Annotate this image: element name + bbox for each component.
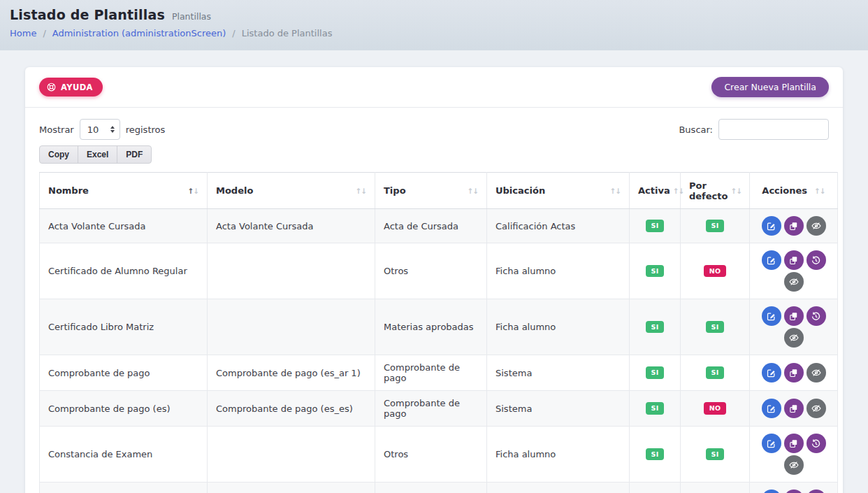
cell-tipo: Constancia Preinscripción [375, 483, 487, 493]
cell-nombre: Comprobante de pago [40, 355, 208, 391]
edit-action-button[interactable] [762, 363, 781, 383]
hide-action-button[interactable] [806, 399, 826, 418]
cell-por_defecto: NO [681, 483, 750, 493]
cell-nombre: Comprobante de pago (es) [40, 391, 208, 427]
cell-tipo: Acta de Cursada [375, 209, 487, 243]
sort-icons: ↑↓ [814, 187, 825, 195]
eye-slash-icon [788, 459, 800, 471]
edit-action-button[interactable] [762, 434, 781, 453]
export-pdf-button[interactable]: PDF [117, 145, 152, 164]
cell-acciones [750, 483, 838, 493]
column-header-label: Activa [638, 185, 670, 196]
edit-pencil-square-icon [766, 221, 776, 231]
table-header-row: Nombre↑↓Modelo↑↓Tipo↑↓Ubicación↑↓Activa↑… [40, 173, 838, 209]
search-input[interactable] [718, 119, 829, 140]
duplicate-icon [788, 403, 799, 414]
eye-slash-icon [788, 276, 800, 287]
duplicate-icon [788, 438, 799, 449]
sort-icons: ↑↓ [187, 187, 198, 195]
table-controls: Mostrar 10 registros Buscar: [25, 108, 843, 140]
history-action-button[interactable] [806, 490, 826, 493]
cell-nombre: Certificado de Alumno Regular [40, 243, 208, 299]
history-action-button[interactable] [806, 306, 826, 326]
table-row: Constancia de PreinscripciónConstancia P… [40, 483, 838, 493]
show-label: Mostrar [39, 124, 74, 135]
table-row: Certificado de Alumno RegularOtrosFicha … [40, 243, 838, 299]
export-excel-button[interactable]: Excel [78, 145, 117, 164]
column-header-ubicaci-n[interactable]: Ubicación↑↓ [487, 173, 630, 209]
column-header-nombre[interactable]: Nombre↑↓ [40, 173, 208, 209]
page-size-select[interactable]: 10 [80, 119, 120, 140]
default-badge: SI [706, 448, 725, 461]
breadcrumb-administration[interactable]: Administration (administrationScreen) [52, 28, 226, 38]
cell-tipo: Otros [375, 427, 487, 483]
column-header-acciones[interactable]: Acciones↑↓ [750, 173, 838, 209]
default-badge: SI [706, 220, 725, 232]
cell-tipo: Materias aprobadas [375, 299, 487, 355]
export-copy-button[interactable]: Copy [39, 145, 78, 164]
cell-activa: SI [630, 427, 681, 483]
help-button[interactable]: AYUDA [39, 78, 103, 97]
search-label: Buscar: [679, 124, 713, 135]
cell-modelo [208, 427, 375, 483]
column-header-label: Ubicación [496, 185, 545, 196]
page-size-control: Mostrar 10 registros [39, 119, 165, 140]
cell-acciones [750, 427, 838, 483]
copy-action-button[interactable] [784, 399, 804, 418]
copy-action-button[interactable] [784, 434, 804, 453]
hide-action-button[interactable] [806, 216, 826, 236]
table-row: Constancia de ExamenOtrosFicha alumnoSIS… [40, 427, 838, 483]
copy-action-button[interactable] [784, 363, 804, 383]
hide-action-button[interactable] [806, 363, 826, 383]
breadcrumb-current: Listado de Plantillas [242, 28, 333, 38]
column-header-tipo[interactable]: Tipo↑↓ [375, 173, 487, 209]
cell-nombre: Constancia de Examen [40, 427, 208, 483]
create-template-button[interactable]: Crear Nueva Plantilla [711, 77, 829, 97]
edit-action-button[interactable] [762, 306, 781, 326]
history-action-button[interactable] [806, 434, 826, 453]
hide-action-button[interactable] [784, 328, 804, 348]
cell-acciones [750, 299, 838, 355]
cell-tipo: Comprobante de pago [375, 355, 487, 391]
copy-action-button[interactable] [784, 306, 804, 326]
cell-activa: SI [630, 243, 681, 299]
cell-modelo: Comprobante de pago (es_es) [208, 391, 375, 427]
cell-activa: SI [630, 299, 681, 355]
column-header-modelo[interactable]: Modelo↑↓ [208, 173, 375, 209]
copy-action-button[interactable] [784, 216, 804, 236]
edit-pencil-square-icon [766, 255, 776, 266]
copy-action-button[interactable] [784, 250, 804, 270]
hide-action-button[interactable] [784, 272, 804, 292]
column-header-label: Por defecto [689, 180, 728, 201]
edit-action-button[interactable] [762, 399, 781, 418]
hide-action-button[interactable] [784, 455, 804, 475]
breadcrumb-home[interactable]: Home [10, 28, 36, 38]
cell-acciones [750, 209, 838, 243]
cell-por_defecto: SI [681, 427, 750, 483]
cell-por_defecto: NO [681, 391, 750, 427]
sort-icons: ↑↓ [467, 187, 478, 195]
edit-action-button[interactable] [762, 490, 781, 493]
cell-modelo [208, 243, 375, 299]
cell-por_defecto: NO [681, 243, 750, 299]
column-header-label: Acciones [762, 185, 807, 196]
column-header-por-defecto[interactable]: Por defecto↑↓ [681, 173, 750, 209]
cell-modelo: Acta Volante Cursada [208, 209, 375, 243]
active-badge: SI [646, 220, 665, 232]
column-header-label: Nombre [48, 185, 89, 196]
history-action-button[interactable] [806, 250, 826, 270]
cell-nombre: Certificado Libro Matriz [40, 299, 208, 355]
cell-modelo: Comprobante de pago (es_ar 1) [208, 355, 375, 391]
history-clock-icon [811, 255, 821, 266]
duplicate-icon [788, 255, 799, 266]
copy-action-button[interactable] [784, 490, 804, 493]
column-header-activa[interactable]: Activa↑↓ [630, 173, 681, 209]
cell-acciones [750, 243, 838, 299]
edit-pencil-square-icon [766, 403, 776, 414]
edit-action-button[interactable] [762, 216, 781, 236]
active-badge: SI [646, 265, 665, 278]
life-ring-icon [46, 82, 57, 92]
active-badge: SI [646, 402, 665, 415]
edit-action-button[interactable] [762, 250, 781, 270]
cell-ubicacion: Sistema [487, 391, 630, 427]
